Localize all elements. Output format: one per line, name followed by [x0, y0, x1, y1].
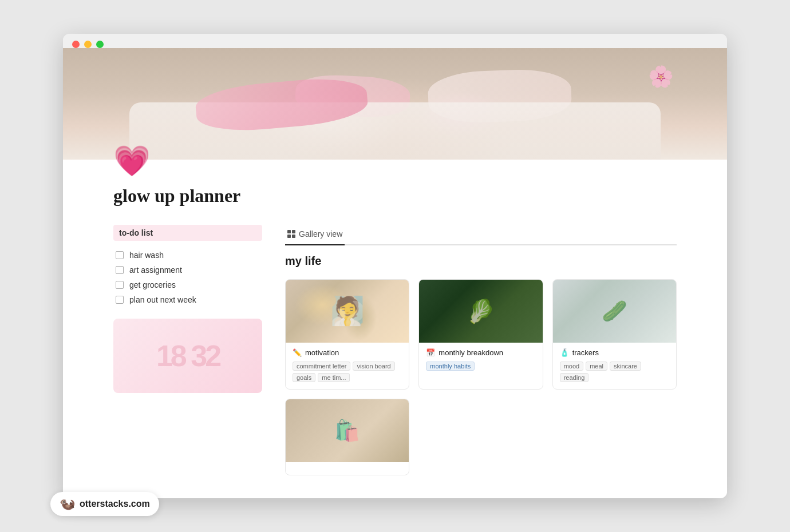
gallery-tab-bar: Gallery view [285, 225, 677, 245]
page-content: 💗 glow up planner to-do list hair wash a… [63, 144, 727, 498]
calendar-preview: 18 32 [113, 319, 262, 393]
page-title: glow up planner [113, 185, 677, 207]
todo-section-title: to-do list [113, 225, 262, 241]
calendar-icon: 📅 [426, 348, 435, 357]
card-fourth[interactable] [285, 399, 409, 475]
tag-mood: mood [560, 362, 584, 371]
todo-label-1: art assignment [129, 265, 182, 275]
cards-grid: ✏️ motivation commitment letter vision b… [285, 279, 677, 475]
todo-item-0[interactable]: hair wash [113, 248, 262, 263]
checkbox-art-assignment[interactable] [116, 266, 124, 274]
checkbox-plan-week[interactable] [116, 296, 124, 304]
tags-row-motivation: commitment letter vision board goals me … [293, 362, 402, 382]
tags-row-trackers: mood meal skincare reading [560, 362, 669, 382]
pencil-icon: ✏️ [293, 348, 302, 357]
gallery-section-title: my life [285, 255, 677, 268]
calendar-numbers: 18 32 [156, 339, 219, 373]
minimize-button[interactable] [84, 41, 92, 48]
checkbox-hair-wash[interactable] [116, 251, 124, 259]
two-column-layout: to-do list hair wash art assignment get … [113, 225, 677, 475]
card-image-motivation [286, 280, 409, 343]
hero-decoration: 🌸 [648, 65, 674, 89]
card-image-monthly [419, 280, 542, 343]
page-icon: 💗 [113, 144, 677, 178]
tag-goals: goals [293, 373, 315, 382]
watermark-bar: 🦦 otterstacks.com [50, 492, 159, 516]
card-body-motivation: ✏️ motivation commitment letter vision b… [286, 343, 409, 389]
browser-body: 🌸 💗 glow up planner to-do list hair wash… [63, 48, 727, 498]
otter-icon: 🦦 [60, 497, 75, 511]
tag-me-time: me tim... [318, 373, 350, 382]
gallery-tab-icon [287, 230, 295, 238]
gallery-tab-label: Gallery view [299, 229, 342, 239]
todo-item-3[interactable]: plan out next week [113, 292, 262, 307]
card-title-monthly: monthly breakdown [439, 348, 503, 357]
tag-skincare: skincare [610, 362, 641, 371]
maximize-button[interactable] [96, 41, 104, 48]
card-title-row-trackers: 🧴 trackers [560, 348, 669, 357]
card-title-motivation: motivation [305, 348, 339, 357]
browser-window: 🌸 💗 glow up planner to-do list hair wash… [63, 34, 727, 498]
close-button[interactable] [72, 41, 80, 48]
gallery-view-tab[interactable]: Gallery view [285, 225, 345, 245]
card-title-trackers: trackers [572, 348, 599, 357]
tag-reading: reading [560, 373, 589, 382]
tag-commitment-letter: commitment letter [293, 362, 350, 371]
card-body-monthly: 📅 monthly breakdown monthly habits [419, 343, 542, 378]
card-trackers[interactable]: 🧴 trackers mood meal skincare reading [552, 279, 677, 390]
card-body-trackers: 🧴 trackers mood meal skincare reading [553, 343, 676, 389]
watermark-text: otterstacks.com [80, 499, 150, 509]
tags-row-monthly: monthly habits [426, 362, 535, 371]
todo-item-1[interactable]: art assignment [113, 263, 262, 277]
card-motivation[interactable]: ✏️ motivation commitment letter vision b… [285, 279, 409, 390]
lotion-icon: 🧴 [560, 348, 569, 357]
browser-chrome [63, 34, 727, 48]
card-title-row-monthly: 📅 monthly breakdown [426, 348, 535, 357]
card-body-fourth [286, 462, 409, 475]
main-content: Gallery view my life ✏️ [285, 225, 677, 475]
tag-vision-board: vision board [353, 362, 394, 371]
card-monthly-breakdown[interactable]: 📅 monthly breakdown monthly habits [418, 279, 543, 390]
tag-monthly-habits: monthly habits [426, 362, 475, 371]
card-image-trackers [553, 280, 676, 343]
todo-label-2: get groceries [129, 280, 176, 289]
todo-label-0: hair wash [129, 251, 164, 260]
card-image-fourth [286, 399, 409, 462]
todo-label-3: plan out next week [129, 295, 196, 304]
card-title-row-motivation: ✏️ motivation [293, 348, 402, 357]
hero-banner: 🌸 [63, 48, 727, 160]
tag-meal: meal [586, 362, 607, 371]
sidebar: to-do list hair wash art assignment get … [113, 225, 262, 393]
todo-item-2[interactable]: get groceries [113, 277, 262, 292]
checkbox-get-groceries[interactable] [116, 281, 124, 289]
